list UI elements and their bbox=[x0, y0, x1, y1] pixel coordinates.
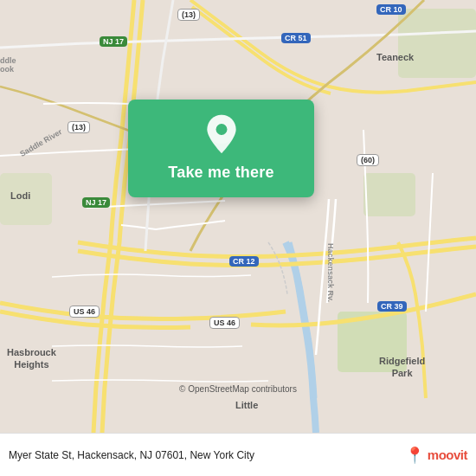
badge-cr10: CR 10 bbox=[376, 4, 406, 15]
badge-us46-right: US 46 bbox=[209, 317, 240, 329]
moovit-logo-text: moovit bbox=[428, 447, 467, 462]
location-pin-icon bbox=[201, 113, 242, 155]
lodi-label: Lodi bbox=[10, 190, 30, 201]
svg-rect-3 bbox=[398, 9, 476, 78]
badge-nj17-top: NJ 17 bbox=[100, 36, 127, 47]
svg-rect-1 bbox=[363, 173, 415, 216]
address-label: Myer State St, Hackensack, NJ 07601, New… bbox=[9, 449, 405, 461]
ridgefield-park-label: RidgefieldPark bbox=[379, 355, 425, 379]
badge-nj17-mid: NJ 17 bbox=[82, 197, 110, 208]
badge-us46-left: US 46 bbox=[69, 306, 100, 318]
badge-nj13-mid: (13) bbox=[68, 121, 90, 133]
osm-attribution: © OpenStreetMap contributors bbox=[0, 384, 476, 394]
badge-nj13-top: (13) bbox=[177, 9, 200, 21]
moovit-logo: 📍 moovit bbox=[405, 446, 467, 465]
bottom-bar: Myer State St, Hackensack, NJ 07601, New… bbox=[0, 433, 476, 476]
map-container: Saddle River Hackensack Rv. ddleook Lodi… bbox=[0, 0, 476, 433]
hasbrouck-heights-label: HasbrouckHeights bbox=[7, 346, 56, 370]
badge-cr60: (60) bbox=[357, 154, 379, 166]
hackensack-river-label: Hackensack Rv. bbox=[326, 243, 335, 302]
moovit-pin-icon: 📍 bbox=[405, 446, 424, 465]
badge-cr39: CR 39 bbox=[377, 301, 407, 312]
location-card: Take me there bbox=[128, 100, 314, 197]
little-label: Little bbox=[235, 400, 258, 410]
ddle-ook-label: ddleook bbox=[0, 56, 16, 74]
take-me-there-button[interactable]: Take me there bbox=[145, 164, 297, 182]
teaneck-label: Teaneck bbox=[376, 52, 414, 62]
badge-cr51: CR 51 bbox=[281, 33, 311, 43]
badge-cr12: CR 12 bbox=[229, 256, 259, 267]
svg-point-5 bbox=[215, 124, 227, 135]
